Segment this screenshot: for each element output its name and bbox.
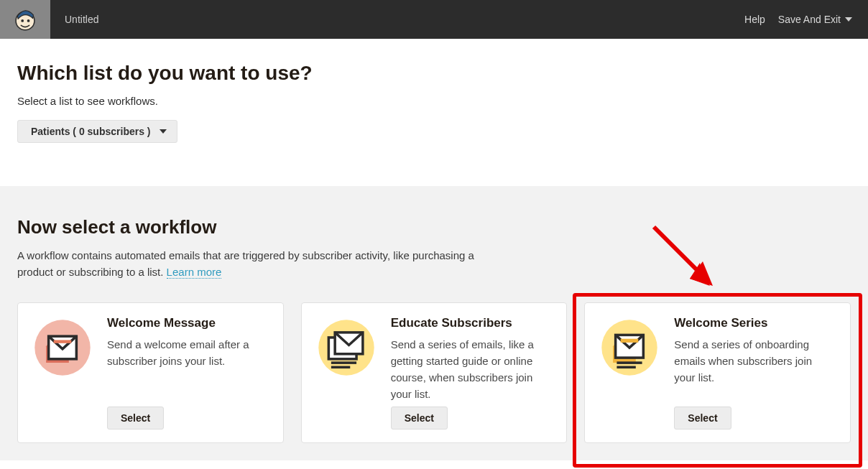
mailchimp-logo[interactable] (0, 0, 50, 39)
svg-rect-10 (331, 366, 350, 368)
list-dropdown-selected: Patients ( 0 subscribers ) (31, 126, 151, 137)
workflow-card-welcome-series: Welcome Series Send a series of onboardi… (584, 302, 851, 443)
svg-point-2 (27, 19, 30, 22)
svg-rect-14 (617, 361, 642, 364)
workflow-card-educate-subscribers: Educate Subscribers Send a series of ema… (301, 302, 568, 443)
svg-rect-15 (617, 366, 636, 368)
page-subtext: Select a list to see workflows. (17, 95, 851, 107)
save-and-exit-label: Save And Exit (778, 14, 841, 25)
select-button[interactable]: Select (391, 407, 448, 429)
workflow-description: A workflow contains automated emails tha… (17, 247, 477, 281)
list-selection-section: Which list do you want to use? Select a … (0, 39, 868, 186)
select-button[interactable]: Select (674, 407, 731, 429)
workflow-card-welcome-message: Welcome Message Send a welcome email aft… (17, 302, 284, 443)
learn-more-link[interactable]: Learn more (167, 266, 222, 279)
svg-point-1 (21, 19, 24, 22)
mailchimp-logo-icon (11, 6, 39, 33)
svg-rect-5 (54, 340, 72, 343)
card-description: Send a series of onboarding emails when … (674, 336, 834, 386)
document-title: Untitled (50, 14, 98, 25)
welcome-series-icon (598, 316, 661, 407)
workflow-selection-section: Now select a workflow A workflow contain… (0, 186, 868, 460)
topbar: Untitled Help Save And Exit (0, 0, 868, 39)
workflow-heading: Now select a workflow (17, 216, 851, 238)
chevron-down-icon (160, 129, 167, 134)
card-title: Welcome Message (107, 316, 267, 330)
welcome-message-icon (31, 316, 94, 407)
card-description: Send a welcome email after a subscriber … (107, 336, 267, 370)
workflow-card-row: Welcome Message Send a welcome email aft… (17, 302, 851, 443)
svg-rect-13 (621, 338, 639, 342)
chevron-down-icon (845, 17, 852, 22)
help-link[interactable]: Help (731, 14, 778, 25)
educate-subscribers-icon (315, 316, 378, 407)
page-heading: Which list do you want to use? (17, 62, 851, 85)
card-description: Send a series of emails, like a getting … (391, 336, 551, 403)
list-dropdown[interactable]: Patients ( 0 subscribers ) (17, 120, 177, 143)
card-title: Welcome Series (674, 316, 834, 330)
save-and-exit-button[interactable]: Save And Exit (778, 14, 868, 25)
svg-rect-9 (331, 361, 356, 364)
select-button[interactable]: Select (107, 407, 164, 429)
card-title: Educate Subscribers (391, 316, 551, 330)
